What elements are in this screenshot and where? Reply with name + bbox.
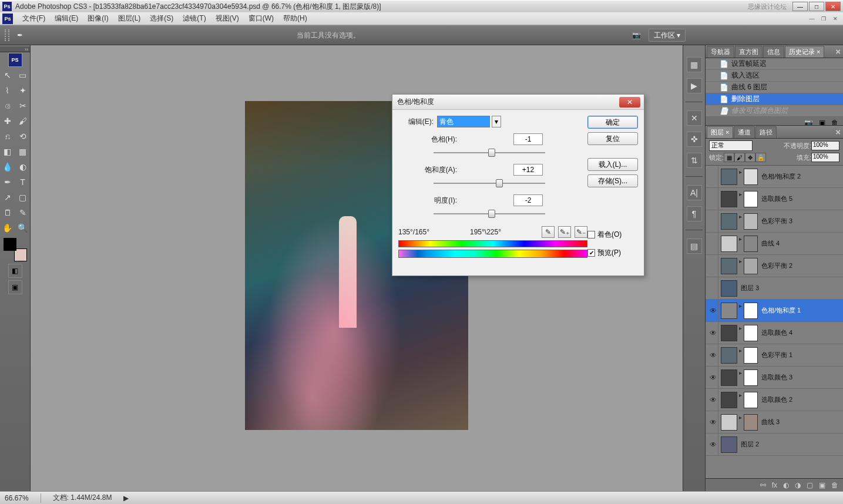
- visibility-icon[interactable]: [708, 255, 718, 277]
- visibility-icon[interactable]: 👁: [708, 344, 718, 367]
- visibility-icon[interactable]: [708, 233, 718, 255]
- eyedropper-minus-icon[interactable]: ✎₋: [575, 226, 587, 238]
- sat-slider[interactable]: [434, 178, 545, 189]
- menu-select[interactable]: 选择(S): [145, 14, 178, 23]
- hue-saturation-dialog[interactable]: 色相/饱和度 ✕ 编辑(E): 青色 ▾ 色相(H):: [392, 94, 644, 276]
- quickmask-button[interactable]: ◧: [8, 264, 22, 278]
- tab-info[interactable]: 信息: [763, 46, 784, 58]
- slice-tool[interactable]: ✂: [16, 99, 30, 113]
- status-arrow-icon[interactable]: ▶: [123, 494, 129, 502]
- layer-row[interactable]: ▸ 曲线 4: [706, 233, 843, 255]
- lock-move-icon[interactable]: ✥: [745, 153, 755, 162]
- ps-icon[interactable]: PS: [8, 53, 22, 67]
- hand-tool[interactable]: ✋: [1, 221, 15, 235]
- layer-row[interactable]: 👁 ▸ 曲线 3: [706, 411, 843, 434]
- blur-tool[interactable]: 💧: [1, 160, 15, 174]
- layers-list[interactable]: ▸ 色相/饱和度 2 ▸ 选取颜色 5 ▸ 色彩平衡 3 ▸ 曲线 4 ▸ 色彩…: [706, 166, 843, 478]
- dialog-titlebar[interactable]: 色相/饱和度 ✕: [392, 95, 644, 110]
- shape-tool[interactable]: ▢: [16, 190, 30, 204]
- menu-image[interactable]: 图像(I): [83, 14, 113, 23]
- history-brush-tool[interactable]: ⟲: [16, 129, 30, 143]
- dock-icon-3[interactable]: ✕: [687, 110, 702, 126]
- hue-bar-bottom[interactable]: [398, 250, 587, 258]
- lasso-tool[interactable]: ⌇: [1, 83, 15, 98]
- layers-menu-icon[interactable]: ×: [835, 127, 841, 137]
- foreground-swatch[interactable]: [4, 238, 16, 251]
- marquee-tool[interactable]: ▭: [16, 68, 30, 82]
- toolbox-header[interactable]: ››: [0, 46, 30, 52]
- eyedropper-plus-icon[interactable]: ✎₊: [558, 226, 571, 238]
- edit-select[interactable]: 青色: [437, 116, 490, 127]
- layer-row[interactable]: ▸ 色彩平衡 2: [706, 255, 843, 277]
- zoom-status[interactable]: 66.67%: [5, 494, 29, 502]
- layer-row[interactable]: 👁 ▸ 选取颜色 3: [706, 367, 843, 389]
- tab-history[interactable]: 历史记录 ×: [785, 46, 824, 58]
- heal-tool[interactable]: ✚: [1, 114, 15, 128]
- doc-restore-button[interactable]: ❐: [818, 15, 829, 23]
- load-button[interactable]: 载入(L)...: [587, 158, 638, 171]
- preview-checkbox[interactable]: ✔预览(P): [587, 248, 638, 258]
- history-item[interactable]: 📄曲线 6 图层: [706, 82, 843, 93]
- save-button[interactable]: 存储(S)...: [587, 174, 638, 187]
- eraser-tool[interactable]: ◧: [1, 145, 15, 159]
- layer-row[interactable]: 👁 ▸ 色彩平衡 1: [706, 344, 843, 367]
- dialog-close-button[interactable]: ✕: [619, 97, 640, 107]
- new-layer-icon[interactable]: ▣: [819, 481, 825, 489]
- visibility-icon[interactable]: 👁: [708, 300, 718, 322]
- menu-file[interactable]: 文件(F): [18, 14, 50, 23]
- menu-layer[interactable]: 图层(L): [113, 14, 146, 23]
- colorize-checkbox[interactable]: 着色(O): [587, 230, 638, 240]
- path-tool[interactable]: ↗: [1, 190, 15, 204]
- fx-icon[interactable]: fx: [772, 481, 777, 489]
- delete-layer-icon[interactable]: 🗑: [831, 481, 838, 489]
- workspace-button[interactable]: 工作区 ▾: [649, 29, 686, 42]
- notes-tool[interactable]: 🗒: [1, 206, 15, 220]
- visibility-icon[interactable]: [708, 210, 718, 233]
- screenmode-button[interactable]: ▣: [8, 280, 22, 294]
- history-item[interactable]: 📄设置帧延迟: [706, 58, 843, 70]
- layer-row[interactable]: 👁 ▸ 选取颜色 2: [706, 389, 843, 411]
- eyedropper-tool[interactable]: ✎: [16, 206, 30, 220]
- history-new-icon[interactable]: ▣: [819, 119, 825, 126]
- sat-input[interactable]: [513, 164, 543, 176]
- dock-icon-4[interactable]: ✜: [687, 132, 702, 147]
- layer-row[interactable]: ▸ 色相/饱和度 2: [706, 166, 843, 188]
- stamp-tool[interactable]: ⎌: [1, 129, 15, 143]
- layer-row[interactable]: 👁 图层 2: [706, 434, 843, 456]
- hue-slider[interactable]: [434, 147, 545, 158]
- fill-input[interactable]: 100%: [811, 153, 839, 162]
- history-snapshot-icon[interactable]: 📷: [804, 119, 813, 126]
- dock-icon-6[interactable]: A|: [687, 185, 702, 200]
- lock-paint-icon[interactable]: 🖌: [734, 153, 745, 162]
- layer-row[interactable]: 👁 ▸ 选取颜色 4: [706, 322, 843, 344]
- doc-info[interactable]: 文档: 1.44M/24.8M: [53, 493, 112, 503]
- tab-navigator[interactable]: 导航器: [707, 46, 734, 58]
- color-swatches[interactable]: [4, 238, 27, 261]
- adjustment-icon[interactable]: ◑: [795, 481, 801, 489]
- minimize-button[interactable]: —: [792, 2, 808, 11]
- visibility-icon[interactable]: 👁: [708, 411, 718, 434]
- visibility-icon[interactable]: [708, 277, 718, 300]
- goto-bridge-icon[interactable]: 📷: [630, 29, 644, 42]
- mask-icon[interactable]: ◐: [783, 481, 789, 489]
- history-item[interactable]: 📄删除图层: [706, 93, 843, 105]
- light-slider[interactable]: [434, 209, 545, 219]
- hue-bar-top[interactable]: [398, 240, 587, 247]
- history-trash-icon[interactable]: 🗑: [831, 119, 838, 126]
- light-input[interactable]: [513, 194, 543, 206]
- link-layers-icon[interactable]: ⚯: [760, 481, 766, 489]
- ps-menu-icon[interactable]: Ps: [2, 14, 13, 24]
- dock-icon-8[interactable]: ▤: [687, 238, 702, 254]
- visibility-icon[interactable]: 👁: [708, 322, 718, 344]
- current-tool-icon[interactable]: ✒: [13, 29, 27, 42]
- zoom-tool[interactable]: 🔍: [16, 221, 30, 235]
- dock-icon-5[interactable]: ⇅: [687, 153, 702, 168]
- crop-tool[interactable]: ⟃: [1, 99, 15, 113]
- tab-channels[interactable]: 通道: [734, 126, 755, 138]
- menu-window[interactable]: 窗口(W): [244, 14, 278, 23]
- layer-row[interactable]: 👁 ▸ 色相/饱和度 1: [706, 300, 843, 322]
- tab-paths[interactable]: 路径: [755, 126, 777, 138]
- hue-input[interactable]: [513, 133, 543, 145]
- doc-close-button[interactable]: ✕: [830, 15, 841, 23]
- cancel-button[interactable]: 复位: [587, 132, 638, 145]
